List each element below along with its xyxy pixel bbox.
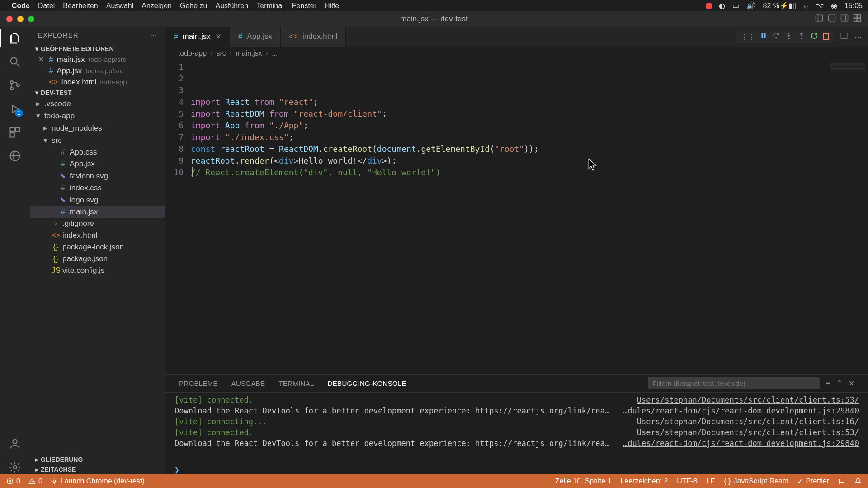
status-eol[interactable]: LF <box>707 477 715 486</box>
tree-folder[interactable]: ▾src <box>30 134 165 146</box>
debug-restart-button[interactable] <box>810 32 818 42</box>
open-editors-header[interactable]: ▾GEÖFFNETE EDITOREN <box>30 44 165 54</box>
tree-file[interactable]: #App.css <box>30 146 165 158</box>
status-bell-icon[interactable] <box>854 477 862 486</box>
tree-file[interactable]: <>index.html <box>30 230 165 241</box>
timeline-header[interactable]: ▸ZEITACHSE <box>30 465 165 474</box>
split-editor-icon[interactable] <box>840 32 848 42</box>
menubar-item[interactable]: Anzeigen <box>142 2 172 9</box>
layout-panel-left-icon[interactable] <box>815 14 824 24</box>
tree-file[interactable]: {}package.json <box>30 253 165 265</box>
debug-step-over-button[interactable] <box>772 32 780 42</box>
breadcrumb-segment[interactable]: main.jsx <box>236 49 262 57</box>
close-icon[interactable]: ✕ <box>38 55 45 64</box>
status-errors[interactable]: 0 <box>6 477 20 485</box>
panel-tab[interactable]: AUSGABE <box>231 376 265 391</box>
debug-console-filter-input[interactable] <box>648 377 820 389</box>
editor-more-icon[interactable]: ⋯ <box>854 33 862 41</box>
menubar-item[interactable]: Datei <box>38 2 55 9</box>
layout-customize-icon[interactable] <box>853 14 862 24</box>
menubar-item[interactable]: Fenster <box>292 2 316 9</box>
activity-search-icon[interactable] <box>8 55 22 69</box>
window-close-button[interactable] <box>6 16 13 22</box>
debug-console-input-chevron[interactable]: ❯ <box>165 464 868 474</box>
tree-folder[interactable]: ▸node_modules <box>30 122 165 134</box>
panel-settings-icon[interactable]: ≡ <box>826 380 830 388</box>
tree-folder[interactable]: ▾todo-app <box>30 110 165 122</box>
window-zoom-button[interactable] <box>28 16 34 22</box>
tree-file[interactable]: ◦.gitignore <box>30 218 165 230</box>
code-editor[interactable]: 12345678910 import React from "react";im… <box>165 60 868 374</box>
tree-file[interactable]: #App.jsx <box>30 158 165 170</box>
tree-file[interactable]: #main.jsx <box>30 206 165 218</box>
status-prettier[interactable]: ✓ Prettier <box>797 477 829 486</box>
debug-console-output[interactable]: [vite] connected.Users/stephan/Documents… <box>165 393 868 464</box>
debug-step-into-button[interactable] <box>785 32 793 42</box>
console-source-link[interactable]: Users/stephan/Documents/src/client/clien… <box>637 427 859 438</box>
console-source-link[interactable]: Users/stephan/Documents/src/client/clien… <box>637 394 859 405</box>
panel-tab[interactable]: DEBUGGING-KONSOLE <box>328 376 406 391</box>
menubar-search-icon[interactable]: ⌕ <box>804 2 808 10</box>
menubar-display-icon[interactable]: ▭ <box>732 1 739 10</box>
panel-close-icon[interactable]: ✕ <box>849 379 854 388</box>
tree-file[interactable]: #index.css <box>30 182 165 194</box>
console-source-link[interactable]: Users/stephan/Documents/src/client/clien… <box>637 416 859 427</box>
status-feedback-icon[interactable] <box>838 477 845 486</box>
outline-header[interactable]: ▸GLIEDERUNG <box>30 455 165 465</box>
menubar-clock[interactable]: 15:05 <box>844 2 863 10</box>
tree-file[interactable]: ⬊logo.svg <box>30 194 165 206</box>
breadcrumb-segment[interactable]: src <box>217 49 226 57</box>
tree-folder[interactable]: ▸.vscode <box>30 98 165 110</box>
tree-file[interactable]: ⬊favicon.svg <box>30 170 165 182</box>
code-content[interactable]: import React from "react";import ReactDO… <box>191 60 868 374</box>
editor-tab[interactable]: #main.jsx✕ <box>165 27 230 47</box>
activity-source-control-icon[interactable] <box>8 78 22 93</box>
menubar-item[interactable]: Terminal <box>256 2 283 9</box>
window-minimize-button[interactable] <box>17 16 24 22</box>
workspace-header[interactable]: ▾DEV-TEST <box>30 88 165 98</box>
menubar-item[interactable]: Gehe zu <box>180 2 207 9</box>
menubar-item[interactable]: Ausführen <box>215 2 248 9</box>
breadcrumb[interactable]: todo-app›src›main.jsx›... <box>165 47 868 60</box>
window-traffic-lights[interactable] <box>6 16 34 22</box>
status-warnings[interactable]: 0 <box>28 477 42 485</box>
menubar-control-center-icon[interactable]: ⌥ <box>816 1 824 10</box>
debug-step-out-button[interactable] <box>797 32 806 42</box>
activity-remote-icon[interactable] <box>8 149 22 163</box>
close-icon[interactable]: ✕ <box>215 32 222 42</box>
activity-extensions-icon[interactable] <box>8 125 22 140</box>
menubar-item[interactable]: Hilfe <box>325 2 339 9</box>
activity-explorer-icon[interactable] <box>8 31 22 46</box>
menubar-siri-icon[interactable]: ◉ <box>831 1 837 10</box>
status-encoding[interactable]: UTF-8 <box>677 477 697 486</box>
console-source-link[interactable]: …dules/react-dom/cjs/react-dom.developme… <box>623 438 859 449</box>
debug-stop-button[interactable] <box>823 33 829 40</box>
open-editor-item[interactable]: ✕<>index.htmltodo-app <box>30 76 165 88</box>
panel-maximize-icon[interactable]: ⌃ <box>836 379 842 388</box>
breadcrumb-segment[interactable]: todo-app <box>178 49 207 57</box>
tree-file[interactable]: {}package-lock.json <box>30 241 165 253</box>
panel-tab[interactable]: TERMINAL <box>278 376 314 391</box>
menubar-item[interactable]: Auswahl <box>106 2 133 9</box>
activity-run-debug-icon[interactable]: 1 <box>8 102 22 116</box>
menubar-app-name[interactable]: Code <box>12 2 30 10</box>
debug-pause-button[interactable] <box>760 32 768 42</box>
explorer-more-icon[interactable]: ⋯ <box>150 31 157 39</box>
minimap[interactable] <box>827 60 868 374</box>
status-language-mode[interactable]: { } JavaScript React <box>724 477 788 486</box>
editor-tab[interactable]: #App.jsx <box>230 27 281 47</box>
console-source-link[interactable]: …dules/react-dom/cjs/react-dom.developme… <box>623 405 859 416</box>
open-editor-item[interactable]: ✕#main.jsxtodo-app/src <box>30 54 165 65</box>
tree-file[interactable]: JSvite.config.js <box>30 265 165 277</box>
activity-settings-icon[interactable] <box>8 460 22 474</box>
menubar-volume-icon[interactable]: 🔊 <box>746 1 755 10</box>
open-editor-item[interactable]: ✕#App.jsxtodo-app/src <box>30 65 165 76</box>
activity-account-icon[interactable] <box>8 436 22 451</box>
menubar-item[interactable]: Bearbeiten <box>63 2 98 9</box>
editor-tab[interactable]: <>index.html <box>281 27 346 47</box>
menubar-battery[interactable]: 82 % ⚡▮▯ <box>763 1 796 10</box>
debug-grip-icon[interactable]: ⋮⋮ <box>741 33 755 41</box>
menubar-cloud-icon[interactable]: ◐ <box>719 1 725 10</box>
panel-tab[interactable]: PROBLEME <box>179 376 218 391</box>
status-cursor-position[interactable]: Zeile 10, Spalte 1 <box>555 477 612 486</box>
